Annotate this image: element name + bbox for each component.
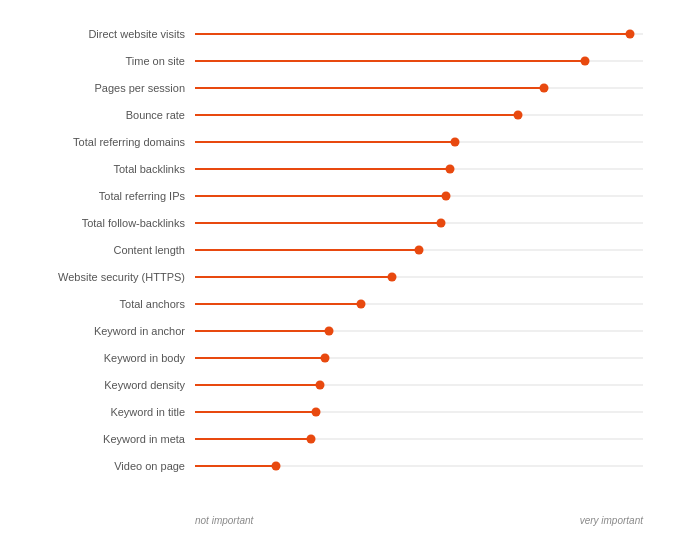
bar-track: [195, 398, 643, 425]
bar-fill: [195, 141, 455, 143]
axis-left-label: not important: [195, 515, 253, 526]
row-label: Website security (HTTPS): [10, 271, 195, 283]
row-label: Total referring IPs: [10, 190, 195, 202]
chart-row: Keyword in body: [10, 344, 643, 371]
row-label: Bounce rate: [10, 109, 195, 121]
bar-dot: [540, 83, 549, 92]
bar-dot: [437, 218, 446, 227]
row-label: Total backlinks: [10, 163, 195, 175]
chart-row: Time on site: [10, 47, 643, 74]
chart-row: Keyword in anchor: [10, 317, 643, 344]
row-label: Keyword in anchor: [10, 325, 195, 337]
bar-track: [195, 155, 643, 182]
bar-dot: [325, 326, 334, 335]
bar-fill: [195, 465, 276, 467]
bar-fill: [195, 249, 419, 251]
chart-inner: Direct website visitsTime on sitePages p…: [10, 20, 643, 510]
row-label: Total referring domains: [10, 136, 195, 148]
bar-dot: [316, 380, 325, 389]
bar-track: [195, 263, 643, 290]
bar-dot: [320, 353, 329, 362]
bar-dot: [271, 461, 280, 470]
bar-dot: [580, 56, 589, 65]
bar-track: [195, 128, 643, 155]
row-label: Time on site: [10, 55, 195, 67]
bar-track: [195, 209, 643, 236]
bar-track: [195, 371, 643, 398]
bar-dot: [356, 299, 365, 308]
chart-row: Keyword in title: [10, 398, 643, 425]
bar-dot: [441, 191, 450, 200]
bar-dot: [450, 137, 459, 146]
row-label: Video on page: [10, 460, 195, 472]
bar-fill: [195, 60, 585, 62]
chart-row: Keyword in meta: [10, 425, 643, 452]
chart-row: Content length: [10, 236, 643, 263]
row-label: Keyword density: [10, 379, 195, 391]
bar-fill: [195, 330, 329, 332]
chart-row: Total anchors: [10, 290, 643, 317]
bar-fill: [195, 168, 450, 170]
bar-dot: [311, 407, 320, 416]
chart-row: Website security (HTTPS): [10, 263, 643, 290]
chart-row: Total follow-backlinks: [10, 209, 643, 236]
row-label: Direct website visits: [10, 28, 195, 40]
bar-dot: [625, 29, 634, 38]
chart-row: Total referring domains: [10, 128, 643, 155]
row-label: Total anchors: [10, 298, 195, 310]
bar-track: [195, 290, 643, 317]
bar-fill: [195, 276, 392, 278]
chart-row: Pages per session: [10, 74, 643, 101]
chart-container: Direct website visitsTime on sitePages p…: [0, 0, 673, 550]
chart-row: Direct website visits: [10, 20, 643, 47]
bar-fill: [195, 384, 320, 386]
chart-row: Total backlinks: [10, 155, 643, 182]
axis-right-label: very important: [580, 515, 643, 526]
bar-track: [195, 425, 643, 452]
row-label: Content length: [10, 244, 195, 256]
bar-track: [195, 20, 643, 47]
bar-track: [195, 344, 643, 371]
row-label: Keyword in title: [10, 406, 195, 418]
bar-fill: [195, 357, 325, 359]
row-label: Keyword in meta: [10, 433, 195, 445]
bar-fill: [195, 33, 630, 35]
chart-row: Keyword density: [10, 371, 643, 398]
bar-dot: [513, 110, 522, 119]
bar-dot: [446, 164, 455, 173]
bar-track: [195, 452, 643, 479]
row-label: Total follow-backlinks: [10, 217, 195, 229]
chart-row: Bounce rate: [10, 101, 643, 128]
row-label: Keyword in body: [10, 352, 195, 364]
bar-fill: [195, 303, 361, 305]
chart-row: Total referring IPs: [10, 182, 643, 209]
chart-row: Video on page: [10, 452, 643, 479]
axis-labels: not important very important: [195, 515, 643, 526]
bar-fill: [195, 438, 311, 440]
bar-fill: [195, 87, 544, 89]
bar-fill: [195, 114, 518, 116]
bar-fill: [195, 222, 441, 224]
bar-dot: [388, 272, 397, 281]
bar-fill: [195, 195, 446, 197]
bar-dot: [307, 434, 316, 443]
bar-track: [195, 101, 643, 128]
row-label: Pages per session: [10, 82, 195, 94]
bar-dot: [415, 245, 424, 254]
bar-track: [195, 182, 643, 209]
bar-track: [195, 236, 643, 263]
bar-fill: [195, 411, 316, 413]
bar-track: [195, 317, 643, 344]
bar-track: [195, 47, 643, 74]
bar-track: [195, 74, 643, 101]
